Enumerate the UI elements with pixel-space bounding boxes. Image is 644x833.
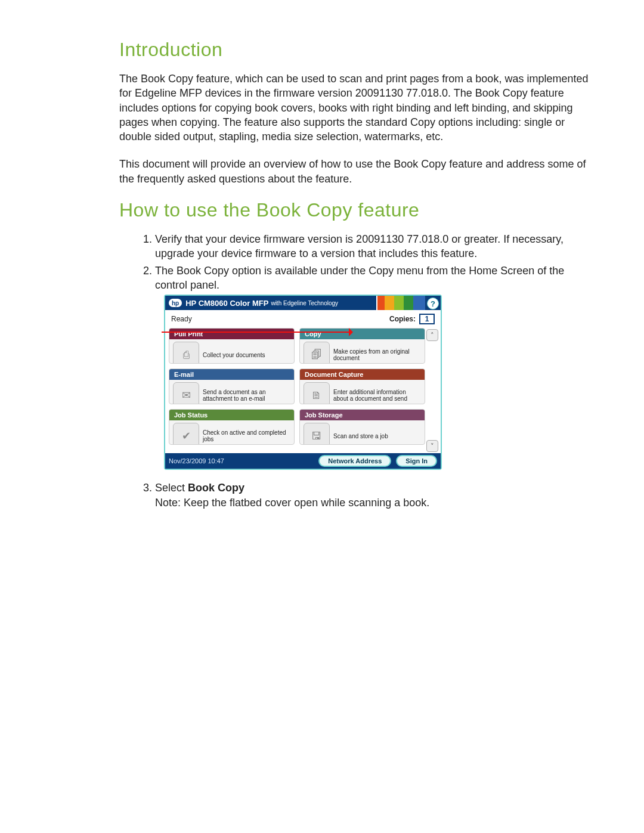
step-3-note: Note: Keep the flatbed cover open while …	[155, 497, 429, 509]
tile-job-storage-desc: Scan and store a job	[333, 433, 421, 440]
panel-status-bar: Ready Copies: 1	[165, 310, 441, 328]
tile-document-capture[interactable]: Document Capture 🗎 Enter additional info…	[299, 368, 425, 404]
panel-tile-grid: Pull Print ⎙ Collect your documents Copy…	[165, 328, 441, 453]
tile-copy[interactable]: Copy 🗐 Make copies from an original docu…	[299, 328, 425, 364]
tile-job-status-title: Job Status	[169, 410, 294, 420]
scroll-column: ˄ ˅	[426, 328, 438, 453]
tile-email-desc: Send a document as an attachment to an e…	[203, 389, 290, 402]
panel-footer: Nov/23/2009 10:47 Network Address Sign I…	[165, 453, 441, 469]
hp-logo-badge: hp	[169, 299, 182, 307]
document-icon: 🗎	[304, 382, 330, 404]
tile-copy-desc: Make copies from an original document	[333, 348, 421, 362]
tile-document-capture-title: Document Capture	[300, 369, 425, 380]
copies-value[interactable]: 1	[419, 314, 435, 324]
step-1: Verify that your device firmware version…	[155, 232, 593, 261]
copies-control[interactable]: Copies: 1	[389, 314, 435, 324]
tile-copy-title: Copy	[300, 329, 425, 339]
footer-timestamp: Nov/23/2009 10:47	[169, 457, 224, 465]
scroll-up-button[interactable]: ˄	[426, 329, 438, 341]
tile-email-title: E-mail	[169, 369, 294, 380]
printer-icon: ⎙	[173, 342, 199, 364]
checkmark-icon: ✔	[173, 423, 199, 445]
copies-label: Copies:	[389, 315, 416, 323]
tile-job-status[interactable]: Job Status ✔ Check on active and complet…	[169, 409, 295, 445]
copy-icon: 🗐	[304, 342, 330, 364]
save-icon: 🖫	[304, 423, 330, 445]
tile-pull-print-title: Pull Print	[169, 329, 294, 339]
highlight-arrow	[162, 332, 351, 333]
tile-email[interactable]: E-mail ✉ Send a document as an attachmen…	[169, 368, 295, 404]
steps-list: Verify that your device firmware version…	[119, 232, 593, 292]
scroll-down-button[interactable]: ˅	[426, 440, 438, 452]
intro-paragraph-2: This document will provide an overview o…	[119, 157, 593, 186]
step-3: Select Book Copy Note: Keep the flatbed …	[155, 481, 593, 510]
network-address-button[interactable]: Network Address	[318, 455, 391, 467]
step-2: The Book Copy option is available under …	[155, 264, 593, 293]
control-panel-screenshot: hp HP CM8060 Color MFP with Edgeline Tec…	[164, 295, 442, 470]
decorative-color-stripe	[376, 296, 425, 310]
envelope-icon: ✉	[173, 382, 199, 404]
tile-document-capture-desc: Enter additional information about a doc…	[333, 389, 421, 402]
heading-how-to: How to use the Book Copy feature	[119, 199, 593, 221]
steps-list-continued: Select Book Copy Note: Keep the flatbed …	[119, 481, 593, 510]
tile-pull-print-desc: Collect your documents	[203, 352, 290, 359]
sign-in-button[interactable]: Sign In	[396, 455, 437, 467]
heading-introduction: Introduction	[119, 39, 593, 61]
panel-titlebar: hp HP CM8060 Color MFP with Edgeline Tec…	[165, 296, 441, 310]
help-button[interactable]: ?	[427, 298, 439, 309]
tile-job-status-desc: Check on active and completed jobs	[203, 429, 290, 443]
step-3-prefix: Select	[155, 482, 188, 494]
document-page: Introduction The Book Copy feature, whic…	[0, 0, 644, 572]
tile-job-storage[interactable]: Job Storage 🖫 Scan and store a job	[299, 409, 425, 445]
tile-pull-print[interactable]: Pull Print ⎙ Collect your documents	[169, 328, 295, 364]
intro-paragraph-1: The Book Copy feature, which can be used…	[119, 72, 593, 144]
tile-job-storage-title: Job Storage	[300, 410, 425, 420]
step-3-bold: Book Copy	[188, 482, 244, 494]
panel-title: HP CM8060 Color MFP	[185, 299, 268, 308]
panel-subtitle: with Edgeline Technology	[271, 300, 338, 306]
status-text: Ready	[171, 315, 192, 323]
